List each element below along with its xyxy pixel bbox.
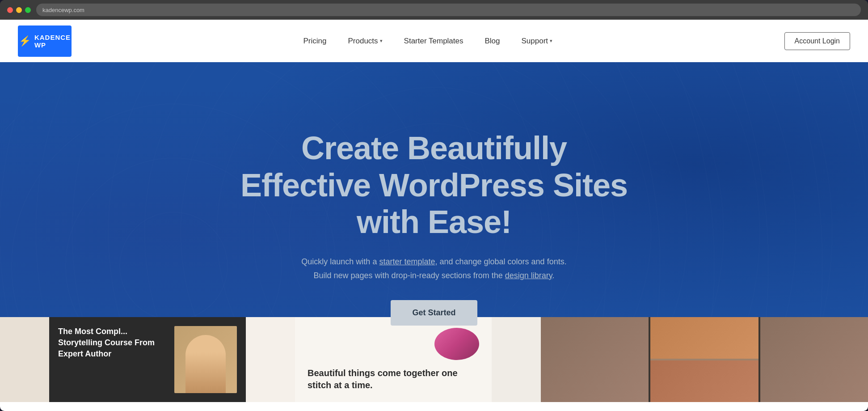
- template-card-2-image: [174, 326, 237, 393]
- template-strip: The Most Compl... Storytelling Course Fr…: [0, 317, 868, 402]
- nav-label-pricing: Pricing: [303, 37, 327, 46]
- template-card-1: [0, 317, 49, 402]
- nav-item-products[interactable]: Products ▾: [348, 37, 382, 46]
- page-content: ⚡ KADENCE WP Pricing Products ▾: [0, 20, 868, 411]
- photo-block-2: [650, 317, 758, 359]
- hero-subtitle: Quickly launch with a starter template, …: [233, 255, 635, 282]
- account-login-label: Account Login: [795, 37, 840, 45]
- nav-label-products: Products: [348, 37, 378, 46]
- hero-title: Create Beautifully Effective WordPress S…: [233, 130, 635, 241]
- browser-window: kadencewp.com ⚡ KADENCE WP Pricing: [0, 0, 868, 411]
- template-card-2: The Most Compl... Storytelling Course Fr…: [49, 317, 246, 402]
- person-silhouette: [185, 335, 226, 393]
- photo-block-4: [760, 317, 868, 402]
- template-card-3: [246, 317, 295, 402]
- photo-col-3: [760, 317, 868, 402]
- nav-link-products[interactable]: Products ▾: [348, 37, 382, 46]
- maximize-dot[interactable]: [25, 7, 31, 13]
- design-library-link[interactable]: design library: [505, 271, 552, 280]
- nav-item-blog[interactable]: Blog: [485, 37, 500, 46]
- products-chevron-icon: ▾: [380, 38, 383, 44]
- template-card-4-text: Beautiful things come together one stitc…: [308, 367, 479, 391]
- logo-area: ⚡ KADENCE WP: [18, 25, 72, 57]
- nav-link-blog[interactable]: Blog: [485, 37, 500, 46]
- nav-link-support[interactable]: Support ▾: [522, 37, 553, 46]
- nav-label-support: Support: [522, 37, 548, 46]
- hero-content: Create Beautifully Effective WordPress S…: [233, 130, 635, 326]
- nav-item-starter-templates[interactable]: Starter Templates: [404, 37, 463, 46]
- get-started-label: Get Started: [412, 308, 455, 317]
- nav-links: Pricing Products ▾ Starter Templates: [303, 37, 553, 46]
- hero-subtitle-text-3: Build new pages with drop-in-ready secti…: [314, 271, 505, 280]
- logo-icon: ⚡: [19, 35, 31, 47]
- photo-block-3: [650, 360, 758, 402]
- starter-template-link[interactable]: starter template: [379, 257, 435, 266]
- photo-col-2: [650, 317, 758, 402]
- account-login-button[interactable]: Account Login: [784, 32, 850, 50]
- nav-label-blog: Blog: [485, 37, 500, 46]
- nav-label-starter-templates: Starter Templates: [404, 37, 463, 46]
- logo-text: KADENCE WP: [34, 34, 71, 49]
- starter-template-link-text: starter template: [379, 257, 435, 266]
- browser-toolbar: kadencewp.com: [0, 0, 868, 20]
- hero-subtitle-text-1: Quickly launch with a: [301, 257, 379, 266]
- hero-subtitle-text-2: , and change global colors and fonts.: [435, 257, 566, 266]
- close-dot[interactable]: [7, 7, 13, 13]
- address-text: kadencewp.com: [42, 7, 84, 13]
- get-started-button[interactable]: Get Started: [391, 300, 477, 326]
- photo-col-1: [541, 317, 649, 402]
- browser-dots: [7, 7, 31, 13]
- nav-link-pricing[interactable]: Pricing: [303, 37, 327, 46]
- nav-item-support[interactable]: Support ▾: [522, 37, 553, 46]
- hero-subtitle-text-4: .: [552, 271, 554, 280]
- hero-section: Create Beautifully Effective WordPress S…: [0, 62, 868, 402]
- nav-item-pricing[interactable]: Pricing: [303, 37, 327, 46]
- template-card-6: [541, 317, 868, 402]
- logo-button[interactable]: ⚡ KADENCE WP: [18, 25, 72, 57]
- address-bar[interactable]: kadencewp.com: [36, 4, 861, 16]
- nav-link-starter-templates[interactable]: Starter Templates: [404, 37, 463, 46]
- design-library-link-text: design library: [505, 271, 552, 280]
- support-chevron-icon: ▾: [550, 38, 552, 44]
- template-card-4: Beautiful things come together one stitc…: [295, 317, 492, 402]
- template-card-2-text: The Most Compl... Storytelling Course Fr…: [58, 326, 167, 360]
- template-card-4-image: [434, 328, 479, 360]
- minimize-dot[interactable]: [16, 7, 22, 13]
- photo-block-1: [541, 317, 649, 402]
- navbar: ⚡ KADENCE WP Pricing Products ▾: [0, 20, 868, 62]
- template-card-5: [492, 317, 541, 402]
